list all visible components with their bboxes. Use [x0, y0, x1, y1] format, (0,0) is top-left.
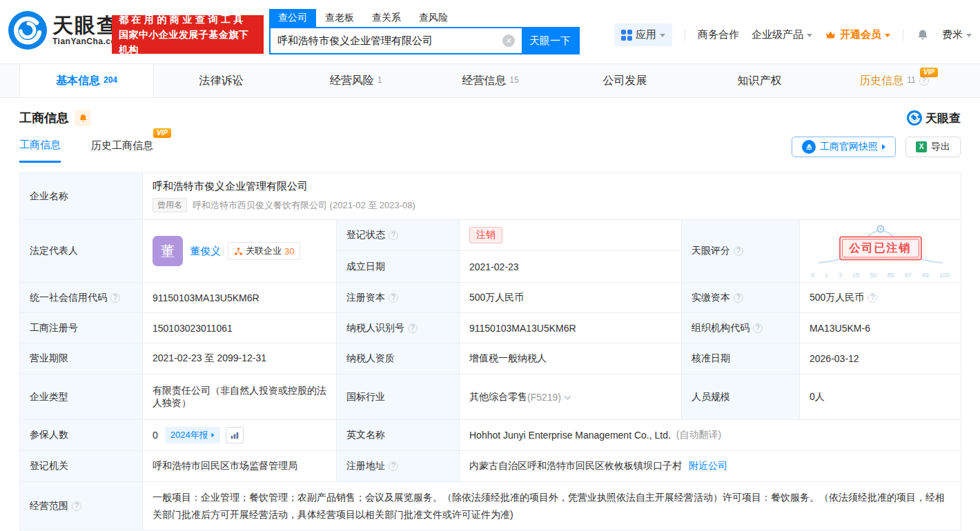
business-term-cell: 2021-02-23 至 2099-12-31: [143, 343, 337, 374]
field-label: 人员规模: [682, 374, 800, 419]
tab-history-info[interactable]: VIP 历史信息 11: [827, 64, 961, 97]
search-tab-relation[interactable]: 查关系: [363, 9, 410, 27]
subtab-label: 历史工商信息: [91, 139, 153, 151]
tab-count: 11: [907, 75, 915, 85]
related-label: 关联企业: [246, 245, 282, 257]
arrow-right-icon: [882, 144, 885, 150]
tianyancha-watermark: 天眼查: [907, 110, 961, 126]
help-icon[interactable]: [408, 323, 418, 333]
user-menu[interactable]: 费米: [942, 28, 972, 41]
search-box: ✕ 天眼一下: [269, 27, 580, 54]
enterprise-products-menu[interactable]: 企业级产品: [752, 28, 812, 41]
search-submit-button[interactable]: 天眼一下: [522, 28, 578, 53]
search-tab-boss[interactable]: 查老板: [316, 9, 363, 27]
divider: [685, 29, 685, 41]
report-label: 2024年报: [170, 429, 208, 441]
help-icon[interactable]: [734, 293, 743, 303]
tab-operation-risk[interactable]: 经营风险 1: [288, 64, 423, 97]
help-icon[interactable]: [389, 293, 398, 303]
field-label: 国标行业: [337, 374, 460, 419]
reg-address-cell: 内蒙古自治区呼和浩特市回民区攸攸板镇坝口子村 附近公司: [460, 451, 961, 481]
export-button[interactable]: X 导出: [905, 137, 961, 157]
subtab-history-business-info[interactable]: 历史工商信息 VIP: [91, 132, 153, 161]
open-vip-menu[interactable]: 开通会员: [825, 28, 890, 41]
tab-legal-proceedings[interactable]: 法律诉讼: [154, 64, 288, 97]
search-tab-risk[interactable]: 查风险: [410, 9, 457, 27]
industry-code: (F5219): [527, 392, 561, 403]
field-label: 参保人数: [20, 420, 143, 450]
help-icon[interactable]: [919, 76, 929, 86]
help-icon[interactable]: [734, 246, 743, 256]
help-icon[interactable]: [72, 501, 81, 511]
search-input[interactable]: [271, 28, 502, 53]
monitor-bell-icon[interactable]: [75, 110, 91, 126]
apps-grid-icon: [621, 30, 632, 41]
header: 天眼查 TianYanCha.com 都在用的商业查询工具 国家中小企业发展子基…: [0, 0, 980, 63]
bar-chart-icon: [230, 430, 239, 440]
english-name: Hohhot Junyi Enterprise Management Co., …: [469, 430, 671, 441]
vip-badge: VIP: [153, 128, 171, 138]
label-text: 经营范围: [30, 500, 68, 512]
former-name: 呼和浩特市西贝俊义餐饮有限公司 (2021-02 至 2023-08): [193, 199, 415, 212]
field-label: 登记机关: [20, 451, 143, 481]
taxpayer-id-cell: 91150103MA13U5KM6R: [460, 313, 682, 343]
snapshot-label: 工商官网快照: [820, 141, 878, 153]
avatar[interactable]: 董: [153, 236, 183, 266]
tab-intellectual-property[interactable]: 知识产权: [692, 64, 827, 97]
table-row: 企业名称 呼和浩特市俊义企业管理有限公司 曾用名 呼和浩特市西贝俊义餐饮有限公司…: [20, 173, 961, 220]
field-label: 天眼评分: [682, 220, 800, 282]
logo-swirl-icon: [8, 11, 47, 50]
section-header: 工商信息 天眼查: [19, 107, 961, 129]
label-text: 组织机构代码: [692, 322, 749, 334]
tab-label: 公司发展: [603, 74, 647, 88]
nearby-companies-link[interactable]: 附近公司: [689, 460, 727, 472]
annual-report-badge[interactable]: 2024年报: [165, 427, 220, 443]
help-icon[interactable]: [753, 323, 763, 333]
field-label: 纳税人识别号: [337, 313, 460, 343]
trend-chart-button[interactable]: [226, 427, 244, 443]
notifications-bell-icon[interactable]: [916, 28, 930, 42]
tianyancha-logo[interactable]: 天眼查 TianYanCha.com: [8, 11, 124, 50]
chevron-down-icon[interactable]: [565, 392, 571, 399]
chevron-down-icon: [807, 34, 812, 37]
field-label: 实缴资本: [682, 283, 800, 312]
status-badge: 注销: [469, 227, 502, 243]
help-icon[interactable]: [868, 293, 877, 303]
tab-operation-info[interactable]: 经营信息 15: [423, 64, 558, 97]
clear-search-icon[interactable]: ✕: [502, 34, 515, 47]
promo-line1: 都在用的商业查询工具: [119, 12, 257, 27]
business-info-table: 企业名称 呼和浩特市俊义企业管理有限公司 曾用名 呼和浩特市西贝俊义餐饮有限公司…: [19, 172, 961, 530]
official-snapshot-button[interactable]: 工商官网快照: [792, 137, 896, 157]
score-cell: 01 315 5085 9799 100 公司已注销: [800, 220, 961, 282]
tab-label: 历史信息: [859, 74, 903, 88]
table-row: 统一社会信用代码 91150103MA13U5KM6R 注册资本 500万人民币…: [20, 283, 961, 313]
help-icon[interactable]: [389, 230, 398, 240]
subtab-business-info[interactable]: 工商信息: [19, 132, 61, 163]
cooperation-menu[interactable]: 商务合作: [698, 28, 739, 41]
username: 费米: [942, 28, 963, 41]
insured-count-cell: 0 2024年报: [143, 420, 337, 450]
tab-count: 204: [104, 75, 117, 85]
related-companies-badge[interactable]: 关联企业 30: [228, 242, 300, 260]
table-row: 企业类型 有限责任公司（非自然人投资或控股的法人独资） 国标行业 其他综合零售 …: [20, 374, 961, 420]
label-text: 天眼评分: [692, 245, 730, 257]
search-tab-company[interactable]: 查公司: [269, 9, 316, 27]
table-row: 工商注册号 150103023011061 纳税人识别号 91150103MA1…: [20, 313, 961, 343]
section-title: 工商信息: [19, 110, 69, 126]
legal-rep-link[interactable]: 董俊义: [190, 245, 221, 258]
field-label: 注册地址: [337, 451, 460, 481]
label-text: 统一社会信用代码: [30, 292, 107, 304]
field-label: 法定代表人: [20, 220, 143, 282]
field-label: 纳税人资质: [337, 343, 460, 374]
stamp-icon: [802, 140, 816, 154]
field-label: 企业名称: [20, 173, 143, 219]
help-icon[interactable]: [389, 461, 398, 471]
help-icon[interactable]: [110, 293, 120, 303]
enterprise-products-label: 企业级产品: [752, 28, 803, 41]
subtab-row: 工商信息 历史工商信息 VIP 工商官网快照 X 导出: [19, 132, 961, 162]
tab-basic-info[interactable]: 基本信息 204: [19, 64, 154, 97]
apps-menu[interactable]: 应用: [614, 23, 672, 46]
logo-swirl-icon: [907, 110, 922, 126]
approval-date-cell: 2026-03-12: [800, 343, 961, 374]
tab-company-development[interactable]: 公司发展: [558, 64, 692, 97]
